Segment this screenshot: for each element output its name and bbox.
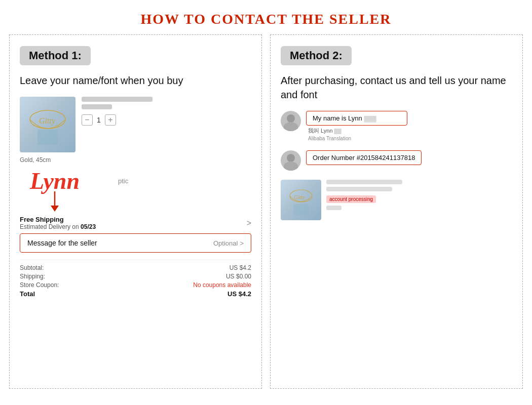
- total-value: US $4.2: [227, 290, 251, 298]
- qty-value: 1: [97, 116, 101, 124]
- shipping-value: US $0.00: [226, 273, 251, 280]
- main-container: Method 1: Leave your name/font when you …: [0, 34, 532, 389]
- svg-marker-4: [51, 206, 59, 212]
- delivery-date: Estimated Delivery on 05/23: [20, 223, 96, 230]
- alibaba-translation-label: Alibaba Translation: [306, 136, 512, 141]
- bubble2-text: Order Number #201584241137818: [313, 154, 415, 161]
- svg-text:Gitty: Gitty: [294, 194, 305, 200]
- page-title: HOW TO CONTACT THE SELLER: [0, 0, 532, 34]
- estimated-delivery-text: Estimated Delivery on: [20, 223, 79, 230]
- free-shipping-label: Free Shipping: [20, 216, 96, 223]
- subtotal-row: Subtotal: US $4.2: [20, 264, 251, 271]
- subtotal-value: US $4.2: [230, 264, 251, 271]
- message-optional: Optional >: [213, 239, 244, 247]
- panel-method2: Method 2: After purchasing, contact us a…: [270, 34, 523, 389]
- bubble-content-1: My name is Lynn ▓▓▓ 我叫 Lynn ▓▓ Alibaba T…: [306, 111, 512, 141]
- coupon-label: Store Coupon:: [20, 281, 59, 289]
- bubble-content-2: Order Number #201584241137818: [306, 150, 512, 165]
- order-line1: [326, 180, 402, 184]
- method2-desc: After purchasing, contact us and tell us…: [281, 73, 512, 102]
- message-label: Message for the seller: [27, 239, 97, 247]
- bubble-msg-1: My name is Lynn ▓▓▓: [306, 111, 407, 126]
- bubble1-text: My name is Lynn: [313, 114, 362, 122]
- order-line3: [326, 206, 341, 210]
- option-text: ptic: [118, 177, 128, 185]
- shipping-cost-row: Shipping: US $0.00: [20, 273, 251, 280]
- order-info: account processing: [326, 180, 512, 213]
- panel-method1: Method 1: Leave your name/font when you …: [9, 34, 262, 389]
- lynn-area: Lynn ptic: [20, 168, 251, 194]
- avatar-1: [281, 111, 301, 131]
- shipping-label: Shipping:: [20, 273, 45, 280]
- gold-label: Gold, 45cm: [20, 156, 251, 164]
- svg-rect-2: [37, 130, 58, 145]
- subtotal-label: Subtotal:: [20, 264, 44, 271]
- product-title-blurred: [82, 97, 153, 102]
- message-chevron-icon: >: [240, 239, 244, 247]
- lynn-text: Lynn: [30, 168, 80, 194]
- qty-minus-button[interactable]: −: [82, 114, 93, 126]
- shipping-row: Free Shipping Estimated Delivery on 05/2…: [20, 216, 251, 230]
- method1-label: Method 1:: [20, 46, 91, 65]
- bubble-msg-2: Order Number #201584241137818: [306, 150, 422, 165]
- shipping-chevron-icon[interactable]: >: [247, 219, 251, 228]
- qty-row: − 1 +: [82, 114, 251, 126]
- product-row: Gitty − 1 +: [20, 97, 251, 152]
- order-product-image: Gitty: [281, 180, 321, 220]
- chat-area: My name is Lynn ▓▓▓ 我叫 Lynn ▓▓ Alibaba T…: [281, 111, 512, 220]
- svg-text:Gitty: Gitty: [39, 116, 56, 126]
- lynn-overlay: Lynn: [30, 168, 80, 194]
- shipping-info: Free Shipping Estimated Delivery on 05/2…: [20, 216, 96, 230]
- order-product-row: Gitty account processing: [281, 180, 512, 220]
- delivery-date-value: 05/23: [81, 223, 96, 230]
- method2-label: Method 2:: [281, 46, 352, 65]
- subtotal-area: Subtotal: US $4.2 Shipping: US $0.00 Sto…: [20, 260, 251, 298]
- avatar-2: [281, 150, 301, 171]
- product-image: Gitty: [20, 97, 75, 152]
- total-row: Total US $4.2: [20, 290, 251, 298]
- coupon-row: Store Coupon: No coupons available: [20, 281, 251, 289]
- product-price-blurred: [82, 104, 112, 109]
- total-label: Total: [20, 290, 35, 298]
- arrow-down-icon: [49, 191, 61, 214]
- order-status-badge: account processing: [326, 195, 376, 203]
- coupon-value: No coupons available: [193, 281, 251, 289]
- svg-rect-7: [293, 204, 309, 215]
- qty-plus-button[interactable]: +: [105, 114, 116, 126]
- message-box[interactable]: Message for the seller Optional >: [20, 233, 251, 253]
- optional-text: Optional: [213, 239, 238, 247]
- chat-row-1: My name is Lynn ▓▓▓ 我叫 Lynn ▓▓ Alibaba T…: [281, 111, 512, 141]
- bubble1-translation: 我叫 Lynn ▓▓: [306, 127, 512, 135]
- chat-row-2: Order Number #201584241137818: [281, 150, 512, 171]
- order-line2: [326, 187, 392, 191]
- bubble1-blurred: ▓▓▓: [364, 115, 376, 122]
- product-info: − 1 +: [82, 97, 251, 126]
- method1-desc: Leave your name/font when you buy: [20, 73, 251, 88]
